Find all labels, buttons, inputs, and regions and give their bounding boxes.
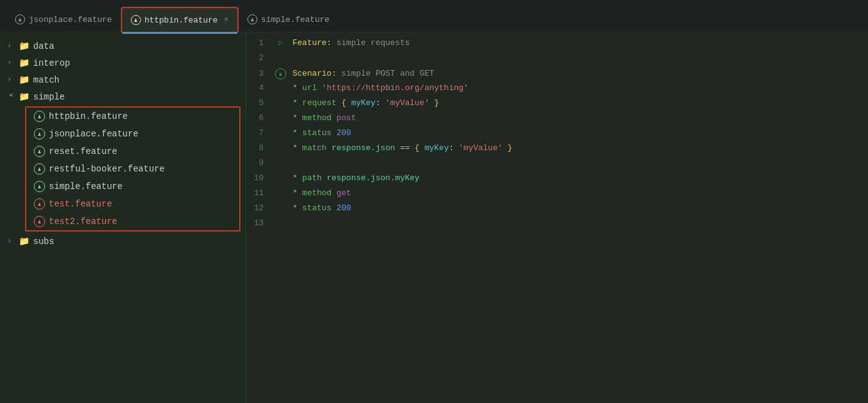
tab-label-jsonplace: jsonplace.feature bbox=[29, 15, 112, 24]
sidebar-item-simple-folder[interactable]: ∨ 📁 simple bbox=[0, 88, 245, 105]
tab-close-httpbin[interactable]: × bbox=[224, 16, 229, 24]
line-num-3: 3 bbox=[246, 69, 271, 78]
line-3: 3 ♟ Scenario: simple POST and GET bbox=[246, 68, 868, 83]
line-12: 12 * status 200 bbox=[246, 203, 868, 218]
arrow-icon-interop: › bbox=[8, 59, 15, 66]
line-code-6: * method post bbox=[290, 113, 356, 123]
line-gutter-1[interactable]: ▷ bbox=[271, 38, 290, 48]
line-9: 9 bbox=[246, 158, 868, 173]
file-icon-reset: ♟ bbox=[34, 146, 45, 157]
file-icon-httpbin: ♟ bbox=[34, 111, 45, 122]
line-num-4: 4 bbox=[246, 83, 271, 93]
sidebar-item-restful-booker-feature[interactable]: ♟ restful-booker.feature bbox=[26, 160, 239, 178]
tab-httpbin[interactable]: ♟ httpbin.feature × bbox=[121, 7, 239, 32]
line-code-12: * status 200 bbox=[290, 203, 351, 213]
sidebar: › 📁 data › 📁 interop › 📁 match ∨ 📁 simpl… bbox=[0, 33, 246, 403]
line-num-9: 9 bbox=[246, 158, 271, 168]
sidebar-item-interop[interactable]: › 📁 interop bbox=[0, 54, 245, 71]
line-10: 10 * path response.json.myKey bbox=[246, 173, 868, 188]
line-code-11: * method get bbox=[290, 188, 351, 198]
file-group-highlight: ♟ httpbin.feature ♟ jsonplace.feature ♟ … bbox=[25, 106, 240, 232]
line-7: 7 * status 200 bbox=[246, 128, 868, 143]
line-gutter-3[interactable]: ♟ bbox=[271, 68, 290, 79]
tab-icon-jsonplace: ♟ bbox=[15, 14, 25, 24]
file-icon-test: ♟ bbox=[34, 198, 45, 210]
tab-label-httpbin: httpbin.feature bbox=[145, 16, 218, 25]
line-num-13: 13 bbox=[246, 218, 271, 228]
line-5: 5 * request { myKey: 'myValue' } bbox=[246, 98, 868, 113]
file-icon-jsonplace: ♟ bbox=[34, 128, 45, 140]
arrow-icon-subs: › bbox=[8, 238, 15, 245]
line-code-8: * match response.json == { myKey: 'myVal… bbox=[290, 143, 512, 153]
sidebar-label-reset-feature: reset.feature bbox=[49, 146, 117, 156]
folder-icon-interop: 📁 bbox=[19, 58, 29, 68]
line-11: 11 * method get bbox=[246, 188, 868, 203]
line-4: 4 * url 'https://httpbin.org/anything' bbox=[246, 83, 868, 98]
sidebar-item-match[interactable]: › 📁 match bbox=[0, 71, 245, 88]
main-container: › 📁 data › 📁 interop › 📁 match ∨ 📁 simpl… bbox=[0, 33, 868, 403]
tab-label-simple: simple.feature bbox=[261, 15, 329, 24]
line-num-2: 2 bbox=[246, 53, 271, 63]
line-num-7: 7 bbox=[246, 128, 271, 138]
sidebar-item-test2-feature[interactable]: ♟ test2.feature bbox=[26, 213, 239, 230]
sidebar-item-test-feature[interactable]: ♟ test.feature bbox=[26, 195, 239, 213]
sidebar-label-subs: subs bbox=[33, 237, 54, 247]
line-1: 1 ▷ Feature: simple requests bbox=[246, 38, 868, 53]
scenario-run-icon[interactable]: ♟ bbox=[275, 68, 286, 79]
line-8: 8 * match response.json == { myKey: 'myV… bbox=[246, 143, 868, 158]
tab-icon-simple: ♟ bbox=[247, 14, 257, 24]
tab-jsonplace[interactable]: ♟ jsonplace.feature bbox=[6, 7, 121, 32]
arrow-icon-match: › bbox=[8, 76, 15, 83]
folder-icon-subs: 📁 bbox=[19, 236, 29, 247]
sidebar-label-restful-booker-feature: restful-booker.feature bbox=[49, 164, 165, 174]
line-code-10: * path response.json.myKey bbox=[290, 173, 420, 183]
sidebar-item-reset-feature[interactable]: ♟ reset.feature bbox=[26, 143, 239, 160]
editor-panel: 1 ▷ Feature: simple requests 2 3 ♟ bbox=[246, 33, 868, 403]
line-num-1: 1 bbox=[246, 38, 271, 48]
folder-icon-data: 📁 bbox=[19, 41, 29, 51]
sidebar-label-test-feature: test.feature bbox=[49, 199, 112, 209]
line-num-8: 8 bbox=[246, 143, 271, 153]
tab-icon-httpbin: ♟ bbox=[131, 15, 141, 25]
line-num-11: 11 bbox=[246, 188, 271, 198]
sidebar-item-subs[interactable]: › 📁 subs bbox=[0, 233, 245, 250]
sidebar-label-test2-feature: test2.feature bbox=[49, 217, 117, 227]
line-num-5: 5 bbox=[246, 98, 271, 108]
sidebar-label-data: data bbox=[33, 41, 54, 51]
sidebar-label-simple-folder: simple bbox=[33, 92, 65, 102]
folder-icon-match: 📁 bbox=[19, 74, 29, 85]
line-code-5: * request { myKey: 'myValue' } bbox=[290, 98, 439, 108]
run-icon-1[interactable]: ▷ bbox=[278, 38, 282, 48]
line-code-1: Feature: simple requests bbox=[290, 38, 410, 48]
tab-simple[interactable]: ♟ simple.feature bbox=[239, 7, 338, 32]
line-6: 6 * method post bbox=[246, 113, 868, 128]
line-code-7: * status 200 bbox=[290, 128, 351, 138]
sidebar-label-httpbin-feature: httpbin.feature bbox=[49, 111, 128, 121]
sidebar-item-data[interactable]: › 📁 data bbox=[0, 38, 245, 54]
sidebar-item-simple-feature[interactable]: ♟ simple.feature bbox=[26, 178, 239, 195]
arrow-icon-data: › bbox=[8, 43, 15, 49]
editor-content: 1 ▷ Feature: simple requests 2 3 ♟ bbox=[246, 33, 868, 238]
sidebar-item-httpbin-feature[interactable]: ♟ httpbin.feature bbox=[26, 108, 239, 125]
line-code-4: * url 'https://httpbin.org/anything' bbox=[290, 83, 468, 93]
sidebar-label-simple-feature: simple.feature bbox=[49, 181, 123, 191]
folder-icon-simple: 📁 bbox=[19, 91, 29, 102]
line-num-6: 6 bbox=[246, 113, 271, 123]
file-icon-simple-feature: ♟ bbox=[34, 181, 45, 192]
line-num-12: 12 bbox=[246, 203, 271, 213]
sidebar-label-match: match bbox=[33, 75, 59, 85]
sidebar-label-interop: interop bbox=[33, 58, 70, 68]
file-icon-restful-booker: ♟ bbox=[34, 163, 45, 175]
line-13: 13 bbox=[246, 218, 868, 233]
file-icon-test2: ♟ bbox=[34, 216, 45, 227]
line-code-3: Scenario: simple POST and GET bbox=[290, 69, 434, 78]
line-2: 2 bbox=[246, 53, 868, 68]
arrow-icon-simple: ∨ bbox=[8, 93, 15, 101]
sidebar-label-jsonplace-feature: jsonplace.feature bbox=[49, 129, 138, 139]
sidebar-item-jsonplace-feature[interactable]: ♟ jsonplace.feature bbox=[26, 125, 239, 143]
line-num-10: 10 bbox=[246, 173, 271, 183]
tab-bar: ♟ jsonplace.feature ♟ httpbin.feature × … bbox=[0, 0, 868, 33]
